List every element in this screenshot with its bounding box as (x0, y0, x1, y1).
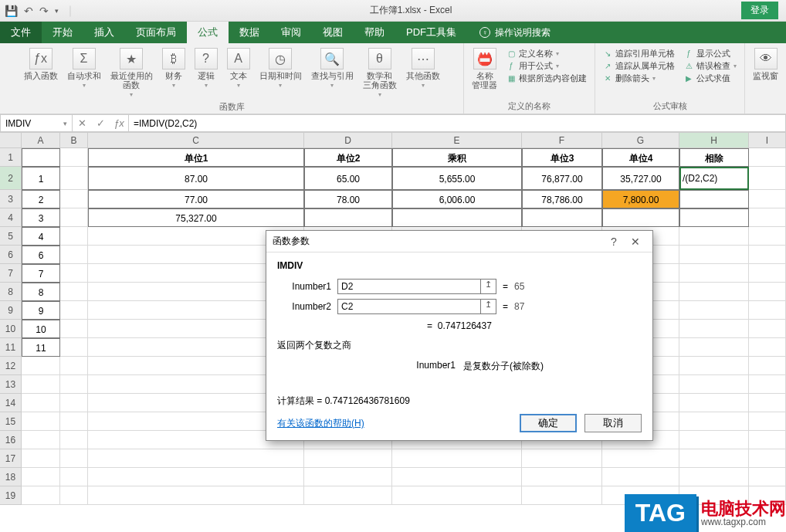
cell[interactable]: 7 (22, 264, 60, 283)
cell[interactable] (602, 449, 679, 468)
cell[interactable]: 6 (22, 246, 60, 264)
cancel-icon[interactable]: ✕ (73, 117, 91, 129)
cell[interactable] (749, 301, 786, 320)
cell[interactable] (679, 449, 749, 468)
lookup-button[interactable]: 🔍查找与引用▾ (308, 46, 357, 90)
cell[interactable] (60, 208, 88, 227)
autosum-button[interactable]: Σ自动求和▾ (64, 46, 104, 90)
col-header[interactable]: B (60, 133, 88, 147)
tab-data[interactable]: 数据 (229, 22, 270, 43)
cell[interactable] (60, 148, 88, 167)
cell[interactable]: 9 (22, 301, 60, 320)
cell[interactable] (679, 412, 749, 431)
insert-function-button[interactable]: ƒx插入函数 (21, 46, 61, 82)
dialog-titlebar[interactable]: 函数参数 ? ✕ (266, 231, 652, 252)
cell[interactable] (749, 148, 786, 167)
cell[interactable]: 11 (22, 338, 60, 357)
cell[interactable]: 65.00 (304, 167, 392, 190)
cell[interactable] (304, 468, 392, 486)
cell[interactable] (22, 357, 60, 375)
cell[interactable] (679, 375, 749, 394)
create-from-selection-item[interactable]: ▦根据所选内容创建 (506, 73, 587, 84)
cell[interactable] (60, 431, 88, 449)
use-in-formula-item[interactable]: ƒ用于公式▾ (506, 60, 587, 72)
cell[interactable] (679, 227, 749, 246)
collapse-icon[interactable]: ↥ (481, 299, 496, 314)
row-header[interactable]: 5 (0, 227, 22, 246)
cell[interactable] (522, 208, 602, 227)
cell[interactable]: 5,655.00 (392, 167, 522, 190)
cell[interactable] (60, 283, 88, 301)
cell[interactable] (749, 227, 786, 246)
close-icon[interactable]: ✕ (625, 236, 646, 248)
col-header[interactable]: D (304, 133, 392, 147)
cell[interactable] (60, 449, 88, 468)
cell[interactable]: 78,786.00 (522, 190, 602, 208)
cell[interactable] (60, 167, 88, 190)
error-check-item[interactable]: ⚠错误检查▾ (684, 60, 737, 72)
cell[interactable] (60, 412, 88, 431)
cell[interactable] (749, 357, 786, 375)
cell[interactable] (749, 283, 786, 301)
undo-icon[interactable]: ↶ (24, 5, 33, 17)
cell[interactable] (392, 449, 522, 468)
cell[interactable]: 75,327.00 (88, 208, 304, 227)
cell[interactable] (749, 468, 786, 486)
cell[interactable] (392, 486, 522, 505)
row-header[interactable]: 12 (0, 357, 22, 375)
col-header[interactable]: I (749, 133, 786, 147)
cell[interactable] (679, 283, 749, 301)
cell[interactable]: 单位1 (88, 148, 304, 167)
row-header[interactable]: 17 (0, 449, 22, 468)
tab-file[interactable]: 文件 (0, 22, 42, 43)
cell[interactable]: 10 (22, 320, 60, 338)
tab-pdf[interactable]: PDF工具集 (395, 22, 467, 43)
cell[interactable]: 76,877.00 (522, 167, 602, 190)
cell[interactable] (60, 264, 88, 283)
datetime-button[interactable]: ◷日期和时间▾ (256, 46, 305, 90)
cell[interactable] (522, 449, 602, 468)
row-header[interactable]: 14 (0, 394, 22, 412)
financial-button[interactable]: ₿财务▾ (159, 46, 188, 90)
cell[interactable] (679, 320, 749, 338)
row-header[interactable]: 10 (0, 320, 22, 338)
fx-button-icon[interactable]: ƒx (110, 117, 128, 129)
cell[interactable] (602, 208, 679, 227)
row-header[interactable]: 4 (0, 208, 22, 227)
cell[interactable]: 单位4 (602, 148, 679, 167)
name-box[interactable]: IMDIV▾ (0, 114, 73, 132)
math-button[interactable]: θ数学和 三角函数▾ (360, 46, 400, 100)
cell[interactable]: 8 (22, 283, 60, 301)
cell[interactable] (60, 338, 88, 357)
cell[interactable]: 7,800.00 (602, 190, 679, 208)
define-name-item[interactable]: ▢定义名称▾ (506, 48, 587, 59)
row-header[interactable]: 16 (0, 431, 22, 449)
row-header[interactable]: 6 (0, 246, 22, 264)
remove-arrows-item[interactable]: ✕删除箭头▾ (603, 73, 675, 84)
cell[interactable] (749, 375, 786, 394)
arg2-input[interactable] (337, 299, 481, 314)
row-header[interactable]: 9 (0, 301, 22, 320)
cell[interactable] (304, 449, 392, 468)
cell[interactable] (60, 375, 88, 394)
cell[interactable]: 相除 (679, 148, 749, 167)
cell[interactable] (522, 468, 602, 486)
cell[interactable]: 乘积 (392, 148, 522, 167)
row-header[interactable]: 18 (0, 468, 22, 486)
cell[interactable] (679, 246, 749, 264)
cell[interactable] (88, 449, 304, 468)
cell[interactable] (60, 486, 88, 505)
cell[interactable] (679, 190, 749, 208)
cell[interactable] (60, 246, 88, 264)
cell[interactable] (88, 468, 304, 486)
cell[interactable] (304, 208, 392, 227)
formula-input[interactable]: =IMDIV(D2,C2) (129, 114, 786, 132)
cell[interactable] (88, 486, 304, 505)
cell[interactable]: 78.00 (304, 190, 392, 208)
cell[interactable] (749, 338, 786, 357)
cell[interactable]: 35,727.00 (602, 167, 679, 190)
cell[interactable] (679, 431, 749, 449)
cell[interactable] (679, 394, 749, 412)
cell[interactable]: 单位2 (304, 148, 392, 167)
cell[interactable] (602, 468, 679, 486)
